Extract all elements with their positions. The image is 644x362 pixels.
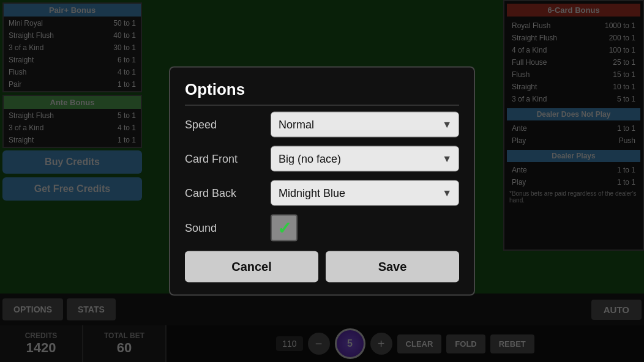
dialog-buttons: Cancel Save: [185, 251, 459, 283]
card-front-select[interactable]: Big (no face)Big (with face)Small: [271, 146, 459, 172]
card-front-row: Card Front Big (no face)Big (with face)S…: [185, 146, 459, 172]
card-front-label: Card Front: [185, 152, 271, 165]
sound-checkbox[interactable]: ✓: [271, 215, 298, 242]
sound-row: Sound ✓: [185, 215, 459, 242]
dialog-title: Options: [185, 80, 459, 106]
speed-label: Speed: [185, 118, 271, 131]
card-back-select-wrapper: Midnight BlueRedGreenBlue ▼: [271, 180, 459, 206]
save-button[interactable]: Save: [326, 251, 459, 283]
card-back-label: Card Back: [185, 187, 271, 199]
speed-row: Speed SlowNormalFast ▼: [185, 112, 459, 138]
sound-label: Sound: [185, 221, 271, 234]
card-front-select-wrapper: Big (no face)Big (with face)Small ▼: [271, 146, 459, 172]
cancel-button[interactable]: Cancel: [185, 251, 318, 283]
speed-select-wrapper: SlowNormalFast ▼: [271, 112, 459, 138]
sound-checkmark: ✓: [277, 218, 291, 238]
card-back-select[interactable]: Midnight BlueRedGreenBlue: [271, 180, 459, 206]
speed-select[interactable]: SlowNormalFast: [271, 112, 459, 138]
card-back-row: Card Back Midnight BlueRedGreenBlue ▼: [185, 180, 459, 206]
options-dialog: Options Speed SlowNormalFast ▼ Card Fron…: [169, 67, 475, 296]
